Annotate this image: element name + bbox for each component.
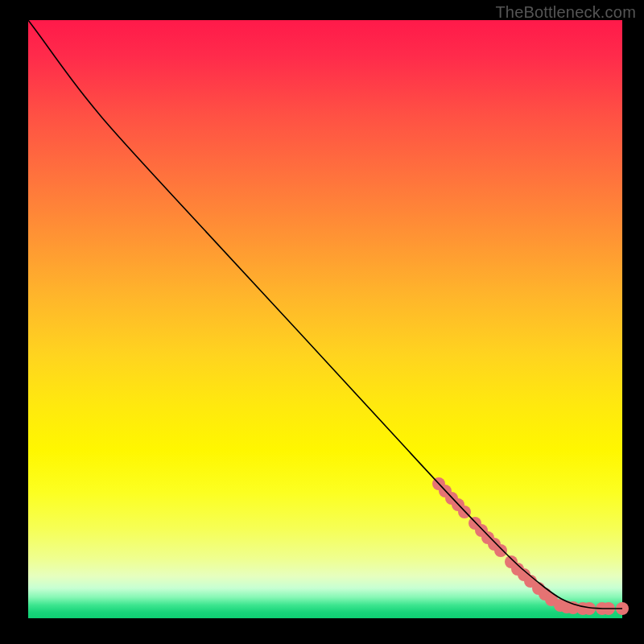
watermark-text: TheBottleneck.com [495,3,636,22]
highlight-dot [494,544,507,557]
chart-svg [0,0,644,644]
gradient-background [28,20,622,618]
chart-stage: TheBottleneck.com [0,0,644,644]
